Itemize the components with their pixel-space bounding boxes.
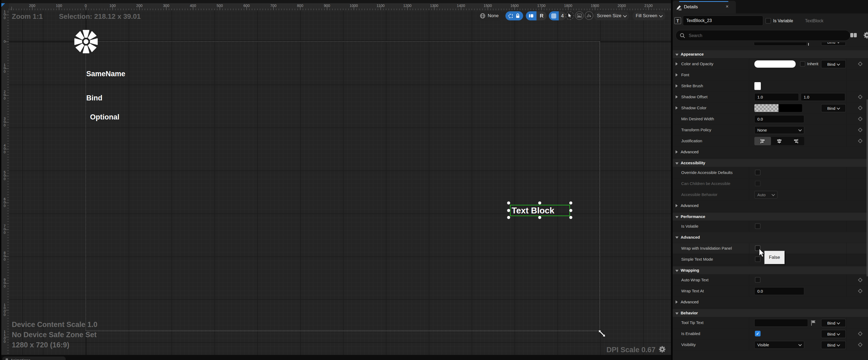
flip-preview-button[interactable] <box>585 11 593 20</box>
row-advanced-wrapping[interactable]: Advanced <box>673 297 868 308</box>
reset-diamond-icon[interactable] <box>858 128 863 132</box>
chevron-down-icon <box>798 128 802 132</box>
grid-snap-toggle[interactable] <box>549 11 559 20</box>
widget-name-input[interactable] <box>683 16 763 26</box>
bind-button[interactable]: Bind <box>821 60 846 68</box>
section-behavior[interactable]: Behavior <box>673 309 868 317</box>
bind-button[interactable]: Bind <box>821 330 846 338</box>
tool-tip-text-input[interactable] <box>754 319 808 327</box>
is-volatile-checkbox[interactable] <box>755 223 761 229</box>
shadow-offset-y-field[interactable]: 1.0 <box>801 93 845 101</box>
reset-diamond-icon[interactable] <box>858 278 863 282</box>
property-rows: Bind Appearance Color and Opacity Inheri… <box>673 43 868 360</box>
justify-left-button[interactable] <box>754 137 771 145</box>
color-opacity-swatch[interactable] <box>754 60 796 68</box>
screen-size-dropdown[interactable]: Screen Size <box>594 11 629 20</box>
is-enabled-checkbox[interactable]: ✓ <box>755 331 761 336</box>
reset-diamond-icon[interactable] <box>858 95 863 99</box>
expand-icon[interactable] <box>676 106 678 110</box>
expand-icon[interactable] <box>676 95 678 99</box>
is-variable-checkbox[interactable] <box>765 18 771 24</box>
reset-diamond-icon[interactable] <box>858 342 863 347</box>
respect-locks-group[interactable]: R <box>526 11 547 20</box>
preview-background-button[interactable] <box>575 11 584 20</box>
property-label: Transform Policy <box>681 128 711 132</box>
justify-right-button[interactable] <box>787 137 804 145</box>
section-title: Wrapping <box>681 268 699 273</box>
bind-button[interactable]: Bind <box>821 341 846 349</box>
shadow-offset-x-field[interactable]: 1.0 <box>754 93 799 101</box>
bind-button[interactable]: Bind <box>821 319 846 327</box>
wrap-text-at-field[interactable]: 0.0 <box>754 287 804 295</box>
section-performance[interactable]: Performance <box>673 212 868 221</box>
display-filter-icon[interactable] <box>850 32 857 38</box>
row-advanced-appearance[interactable]: Advanced <box>673 146 868 158</box>
row-advanced-accessibility[interactable]: Advanced <box>673 200 868 211</box>
override-accessible-checkbox[interactable] <box>755 170 761 175</box>
selection-handle[interactable] <box>569 209 573 212</box>
reset-diamond-icon[interactable] <box>858 117 863 121</box>
expand-icon[interactable] <box>676 62 678 65</box>
inherit-checkbox[interactable] <box>800 61 805 66</box>
selection-handle[interactable] <box>538 201 541 205</box>
bind-button[interactable]: Bind <box>821 43 846 46</box>
property-label: Can Children be Accessible <box>681 181 730 186</box>
selection-handle[interactable] <box>538 216 541 219</box>
auto-wrap-text-checkbox[interactable] <box>755 277 761 283</box>
textblock-optional[interactable]: Optional <box>90 113 120 121</box>
expand-icon <box>676 204 678 207</box>
reset-diamond-icon[interactable] <box>858 62 863 66</box>
widget-name-row: T Is Variable TextBlock <box>673 13 868 28</box>
section-wrapping[interactable]: Wrapping <box>673 266 868 275</box>
subsection-advanced-performance[interactable]: Advanced <box>673 232 868 243</box>
dpi-settings-gear-icon[interactable] <box>659 346 666 353</box>
umg-designer-canvas[interactable]: 2001000100200300400500600700800900100011… <box>0 0 673 360</box>
marquee-select-icon <box>508 14 513 18</box>
selection-handle[interactable] <box>569 201 573 205</box>
localize-flag-icon[interactable] <box>811 320 816 326</box>
selection-handle[interactable] <box>569 216 573 219</box>
flip-icon <box>587 14 591 18</box>
shadow-color-swatch[interactable] <box>754 104 802 112</box>
min-desired-width-field[interactable]: 0.0 <box>754 115 804 123</box>
reset-diamond-icon[interactable] <box>858 106 863 110</box>
reset-diamond-icon[interactable] <box>858 332 863 336</box>
tab-animations[interactable]: Animations <box>2 357 66 360</box>
selected-text-block[interactable]: Text Block <box>510 205 570 216</box>
grid-snap-group[interactable]: 4 <box>549 11 566 20</box>
row-min-desired-width: Min Desired Width 0.0 <box>673 114 868 124</box>
section-accessibility[interactable]: Accessibility <box>673 159 868 167</box>
layout-outline-toggle[interactable] <box>526 11 536 20</box>
search-box[interactable] <box>676 30 850 41</box>
close-icon[interactable]: × <box>726 4 728 9</box>
localization-preview-button[interactable]: None <box>477 11 503 20</box>
design-area-outline <box>86 41 600 331</box>
selection-handle[interactable] <box>507 201 510 205</box>
textblock-bind[interactable]: Bind <box>86 94 102 102</box>
reset-diamond-icon[interactable] <box>858 289 863 294</box>
justify-center-button[interactable] <box>771 137 787 145</box>
clipped-field[interactable] <box>754 43 807 46</box>
tab-details[interactable]: Details × <box>673 1 736 13</box>
selection-handle[interactable] <box>507 216 510 219</box>
settings-gear-icon[interactable] <box>863 32 868 39</box>
selection-handle[interactable] <box>507 209 510 212</box>
selection-lock-group[interactable] <box>505 11 523 20</box>
textblock-samename[interactable]: SameName <box>86 70 125 78</box>
details-scrollbar[interactable] <box>867 99 868 277</box>
expand-icon[interactable] <box>676 84 678 87</box>
strike-brush-swatch[interactable] <box>754 82 761 90</box>
bind-button[interactable]: Bind <box>821 104 846 112</box>
expand-icon[interactable] <box>676 73 678 77</box>
reset-diamond-icon[interactable] <box>858 139 863 143</box>
section-appearance[interactable]: Appearance <box>673 50 868 58</box>
fill-screen-dropdown[interactable]: Fill Screen <box>632 11 665 20</box>
transform-policy-dropdown[interactable]: None <box>754 126 804 134</box>
cursor-select-icon <box>568 13 571 18</box>
advanced-label: Advanced <box>681 149 699 154</box>
grid-snap-size[interactable]: 4 <box>559 13 566 19</box>
property-label: Auto Wrap Text <box>681 278 709 282</box>
visibility-dropdown[interactable]: Visible <box>754 341 804 349</box>
select-widget-mode-button[interactable] <box>565 11 574 20</box>
search-input[interactable] <box>688 32 839 39</box>
